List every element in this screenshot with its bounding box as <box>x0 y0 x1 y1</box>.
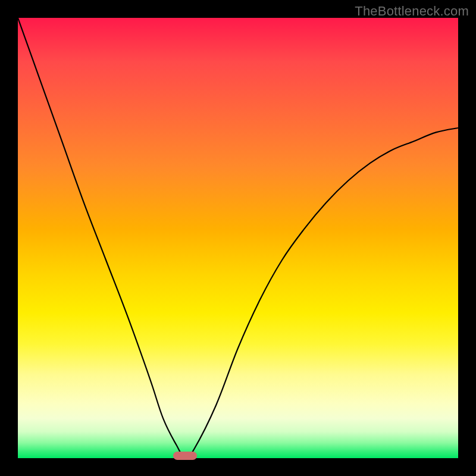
watermark-text: TheBottleneck.com <box>355 4 469 19</box>
curve-path <box>18 18 458 458</box>
optimal-marker <box>173 452 197 460</box>
bottleneck-curve <box>18 18 458 458</box>
chart-plot-area <box>18 18 458 458</box>
